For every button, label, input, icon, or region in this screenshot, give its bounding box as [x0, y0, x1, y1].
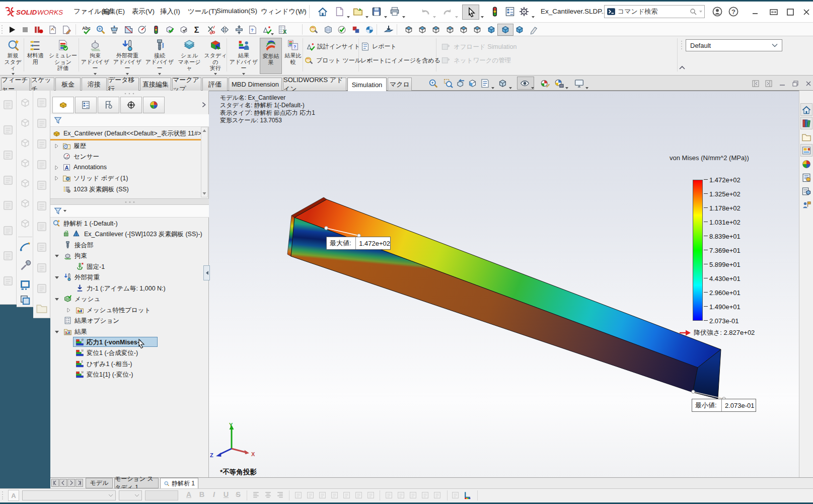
- ribbon-shell-big-button[interactable]: シェル マネージャ: [175, 38, 203, 74]
- format-misc-1-icon[interactable]: [306, 491, 315, 500]
- ribbon-small-3[interactable]: レポートにイメージを含める: [358, 54, 434, 66]
- undo-dropdown[interactable]: [433, 11, 437, 15]
- left-tool-c1-5-icon[interactable]: [2, 225, 14, 237]
- search-magnifier-icon[interactable]: [689, 8, 697, 16]
- study-item-9[interactable]: 結果オプション: [50, 315, 206, 326]
- expander-expanded-icon[interactable]: [54, 329, 59, 334]
- fm-filter-row[interactable]: [50, 114, 209, 127]
- undo-icon[interactable]: [420, 6, 432, 18]
- left-tool-cube-3[interactable]: [19, 157, 31, 169]
- fm-item-4[interactable]: 1023 炭素鋼板 (SS): [50, 184, 200, 194]
- format-annot-0-icon[interactable]: [385, 491, 394, 500]
- fm-splitter[interactable]: [50, 198, 209, 205]
- tool-macro-edit-icon[interactable]: [61, 25, 72, 36]
- fm-item-0[interactable]: 履歴: [50, 140, 200, 151]
- tool-plane-drop-icon[interactable]: [384, 25, 395, 36]
- filter-funnel-icon[interactable]: [53, 206, 209, 215]
- left-tool-c3-4-icon[interactable]: [36, 179, 48, 191]
- pane-previous-icon[interactable]: [751, 80, 760, 88]
- dropdown-save-icon[interactable]: [384, 11, 388, 15]
- left-tool-c3-2-icon[interactable]: [36, 138, 48, 150]
- study-item-5[interactable]: 外部荷重: [50, 272, 206, 282]
- font-family-combo[interactable]: [22, 490, 116, 500]
- left-tool-cube-5[interactable]: [19, 197, 31, 209]
- fm-item-2[interactable]: AAnnotations: [50, 162, 200, 173]
- tab-板金[interactable]: 板金: [55, 78, 81, 91]
- left-tool-c3-7-icon[interactable]: [36, 241, 48, 253]
- fm-item-3[interactable]: ソリッド ボディ(1): [50, 173, 200, 183]
- text-height-box[interactable]: [145, 490, 178, 500]
- minimize-icon[interactable]: [750, 7, 760, 17]
- headsup-dropdown[interactable]: [491, 82, 495, 86]
- fm-appearance-tab[interactable]: [143, 97, 165, 113]
- format-misc-0-icon[interactable]: [294, 491, 303, 500]
- tab-直接編集[interactable]: 直接編集: [140, 78, 171, 91]
- format-strike-icon[interactable]: S: [234, 490, 243, 500]
- expander-expanded-icon[interactable]: [54, 297, 59, 302]
- ribbon-load-big-button[interactable]: 外部荷重 アドバイザー: [111, 38, 144, 74]
- bottom-tab-モデル[interactable]: モデル: [86, 478, 113, 488]
- taskpane-library-icon[interactable]: [800, 117, 812, 129]
- expander-collapsed-icon[interactable]: [66, 308, 71, 313]
- tool-cube-w-icon[interactable]: [445, 25, 456, 36]
- study-item-0[interactable]: 静解析 1 (-Default-): [50, 218, 206, 229]
- format-italic-icon[interactable]: I: [209, 490, 218, 500]
- tab-フィーチャー[interactable]: フィーチャー: [1, 78, 30, 91]
- left-tool-c1-6-icon[interactable]: [2, 250, 14, 262]
- left-tool-sketch-icon[interactable]: [19, 241, 31, 253]
- ribbon-collapse-icon[interactable]: [678, 64, 687, 71]
- tool-geometry-check-icon[interactable]: [165, 25, 176, 36]
- tool-play-icon[interactable]: [7, 25, 18, 36]
- pane-next-icon[interactable]: [764, 80, 773, 88]
- left-tool-c3-8-icon[interactable]: [36, 262, 48, 274]
- tool-stop-icon[interactable]: [20, 25, 31, 36]
- format-underline-icon[interactable]: U: [221, 490, 231, 500]
- taskpane-home-icon[interactable]: [800, 103, 812, 116]
- tool-cube-s-icon[interactable]: [472, 25, 483, 36]
- tool-cube-n-icon[interactable]: [417, 25, 428, 36]
- tab-データ移行[interactable]: データ移行: [108, 78, 139, 91]
- fm-part-tab[interactable]: [52, 97, 74, 113]
- format-annot-4-icon[interactable]: [433, 491, 442, 500]
- tool-mass-properties-icon[interactable]: [109, 25, 120, 36]
- headsup-previous-view-icon[interactable]: [456, 78, 467, 89]
- ribbon-fixture-big-button[interactable]: 拘束 アドバイザー: [80, 38, 111, 74]
- fm-config-tab[interactable]: [120, 97, 142, 113]
- format-font-color-icon[interactable]: A: [8, 490, 19, 501]
- study-item-13[interactable]: εひずみ1 (-相当-): [50, 358, 206, 369]
- tool-thickness-icon[interactable]: [179, 25, 190, 36]
- ribbon-compare-big-button[interactable]: ?結果比 較: [282, 38, 304, 74]
- headsup-hide-show-icon[interactable]: [520, 78, 531, 89]
- quick-print-icon[interactable]: [389, 6, 401, 18]
- taskpane-pack-and-go-icon[interactable]: [800, 185, 812, 197]
- tool-stylus-icon[interactable]: [529, 25, 540, 36]
- ribbon-sim-eval-button[interactable]: シミュレーション 評価: [46, 38, 80, 74]
- tab-SOLIDWORKS アドイン[interactable]: SOLIDWORKS アドイン: [283, 78, 346, 91]
- search-dropdown[interactable]: [699, 11, 702, 13]
- bottomtab-nav-first-icon[interactable]: [51, 479, 59, 487]
- headsup-dropdown[interactable]: [565, 82, 569, 86]
- format-misc-6-icon[interactable]: [366, 491, 376, 500]
- span-displays-icon[interactable]: [769, 7, 779, 17]
- tool-cube-iso1-icon[interactable]: [486, 25, 497, 36]
- left-tool-c1-2-icon[interactable]: [2, 149, 14, 161]
- tool-export-excel-icon[interactable]: X: [278, 25, 289, 36]
- tab-マクロ[interactable]: マクロ: [388, 78, 412, 91]
- quick-home-icon[interactable]: [317, 6, 329, 18]
- options-gear-icon[interactable]: [519, 6, 531, 18]
- menu-表示(V)[interactable]: 表示(V): [132, 7, 160, 17]
- left-tool-c1-7-icon[interactable]: [2, 275, 14, 287]
- maximize-icon[interactable]: [785, 7, 795, 17]
- doc-restore-icon[interactable]: [791, 80, 799, 88]
- left-tool-c1-4-icon[interactable]: [2, 199, 14, 211]
- format-misc-2-icon[interactable]: [318, 491, 327, 500]
- menu-Simulation(S)[interactable]: Simulation(S): [216, 7, 245, 17]
- dropdown-print-icon[interactable]: [402, 11, 406, 15]
- tool-macro-doc-icon[interactable]: [47, 25, 58, 36]
- doc-close-icon[interactable]: [804, 80, 812, 88]
- tool-equations-icon[interactable]: Σ: [192, 25, 203, 36]
- format-misc-5-icon[interactable]: [354, 491, 363, 500]
- left-tool-wrench-icon[interactable]: [19, 260, 31, 272]
- redo-icon[interactable]: [442, 6, 454, 18]
- left-tool-viewport-icon[interactable]: [19, 279, 31, 291]
